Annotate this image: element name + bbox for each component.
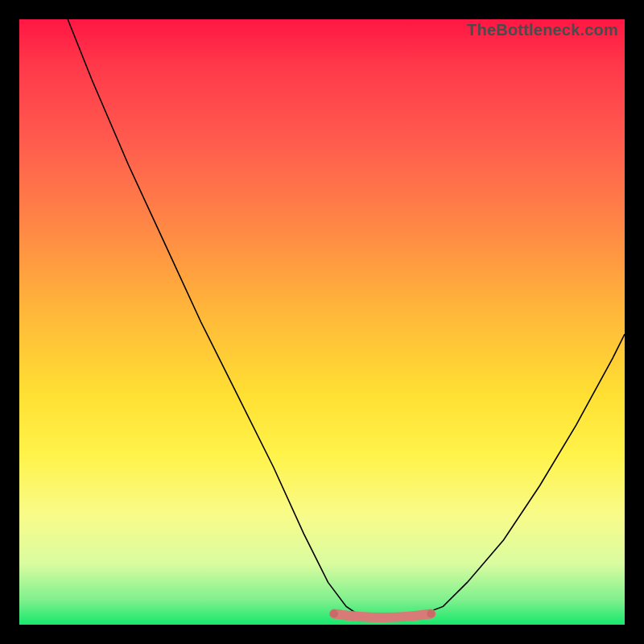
watermark-text: TheBottleneck.com [467, 21, 618, 39]
chart-frame: TheBottleneck.com [19, 19, 625, 625]
chart-background-gradient [19, 19, 625, 625]
